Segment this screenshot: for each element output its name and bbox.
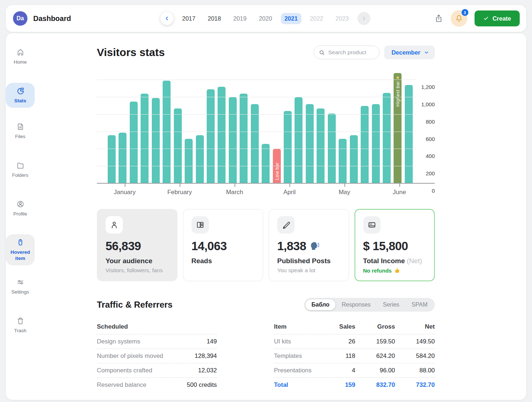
x-axis-tick: [344, 184, 345, 187]
card-published-posts[interactable]: 1,838 Published Posts You speak a lot: [269, 209, 349, 281]
bar[interactable]: [317, 108, 325, 184]
next-year-button[interactable]: [357, 12, 370, 25]
bar[interactable]: [295, 97, 303, 184]
gridline: [97, 149, 416, 149]
folder-icon: [16, 161, 25, 170]
stat-cards: 56,839 Your audience Visitors, followers…: [97, 209, 435, 281]
bar[interactable]: [108, 135, 116, 184]
bar[interactable]: [185, 139, 193, 184]
bar[interactable]: [361, 106, 369, 184]
sidebar-label: Hovered item: [10, 249, 30, 262]
gridline: [97, 97, 416, 97]
y-axis-label: 600: [417, 136, 435, 142]
prev-year-button[interactable]: [160, 12, 173, 25]
x-axis-tick: [399, 184, 400, 187]
card-value: 56,839: [106, 239, 169, 253]
bar[interactable]: [251, 104, 259, 184]
bell-icon: [454, 14, 464, 23]
notifications-button[interactable]: 3: [451, 10, 467, 27]
chevron-right-icon: [361, 15, 367, 22]
sidebar-item-profile[interactable]: Profile: [6, 196, 35, 221]
traffic-referrers-title: Traffic & Referrers: [97, 300, 172, 310]
bar[interactable]: [306, 104, 314, 184]
bar[interactable]: [405, 85, 413, 184]
search-box[interactable]: [314, 46, 379, 59]
bar[interactable]: [262, 144, 270, 184]
bar[interactable]: [152, 98, 160, 184]
tab-spam[interactable]: SPAM: [406, 299, 434, 310]
bar[interactable]: [196, 135, 204, 184]
year-tab-2023[interactable]: 2023: [332, 13, 352, 24]
sidebar-item-settings[interactable]: Settings: [6, 274, 35, 299]
content-area: Visitors stats December Low bar★Highest …: [97, 33, 435, 400]
x-axis-tick: [289, 184, 290, 187]
highest-bar[interactable]: ★Highest bar: [394, 73, 402, 184]
sidebar-item-hovered-item[interactable]: Hovered item: [6, 234, 35, 265]
sidebar-label: Files: [15, 134, 26, 140]
year-tab-2017[interactable]: 2017: [179, 13, 199, 24]
bar[interactable]: [350, 135, 358, 184]
person-icon: [110, 220, 119, 230]
sidebar-item-files[interactable]: Files: [6, 119, 35, 144]
year-nav: 2017 2018 2019 2020 2021 2022 2023: [160, 5, 370, 32]
search-input[interactable]: [328, 49, 375, 56]
card-subtitle: Visitors, followers, fans: [106, 267, 169, 274]
profile-icon: [16, 200, 25, 209]
sidebar-item-stats[interactable]: Stats: [6, 83, 35, 108]
x-axis-label: January: [114, 189, 136, 196]
year-tab-2022[interactable]: 2022: [306, 13, 327, 24]
app-title: Dashboard: [33, 14, 71, 23]
bar[interactable]: [383, 93, 391, 184]
year-tab-2021-active[interactable]: 2021: [281, 13, 301, 24]
thumbs-up-icon: [394, 267, 400, 274]
year-tab-2020[interactable]: 2020: [255, 13, 276, 24]
sidebar: Home Stats Files Folders Profile Hovered…: [6, 33, 35, 400]
sidebar-label: Settings: [12, 289, 29, 295]
bar[interactable]: [141, 94, 149, 184]
card-subtitle: No refunds: [363, 267, 426, 274]
main-panel: Home Stats Files Folders Profile Hovered…: [6, 33, 526, 400]
table-row: Components crafted 12,032: [97, 363, 217, 377]
card-reads[interactable]: 14,063 Reads: [183, 209, 263, 281]
bar[interactable]: [218, 87, 226, 184]
sidebar-item-folders[interactable]: Folders: [6, 157, 35, 182]
bar[interactable]: [372, 104, 380, 184]
sidebar-item-home[interactable]: Home: [6, 44, 35, 69]
bar[interactable]: [119, 133, 126, 184]
year-tab-2018[interactable]: 2018: [204, 13, 225, 24]
file-icon: [16, 122, 25, 131]
gridline: [97, 114, 416, 115]
year-tab-2019[interactable]: 2019: [229, 13, 250, 24]
sliders-icon: [16, 278, 25, 287]
bar[interactable]: [174, 108, 182, 184]
tab-responses[interactable]: Responses: [335, 299, 377, 310]
tab-series[interactable]: Series: [377, 299, 405, 310]
card-subtitle: You speak a lot: [277, 267, 340, 274]
pencil-icon: [281, 220, 291, 230]
share-button[interactable]: [434, 14, 443, 23]
card-your-audience[interactable]: 56,839 Your audience Visitors, followers…: [97, 209, 177, 281]
sidebar-item-trash[interactable]: Trash: [6, 313, 35, 338]
bar[interactable]: [229, 97, 237, 184]
bar[interactable]: [207, 89, 215, 184]
bar[interactable]: [284, 111, 292, 184]
tab-bablo-active[interactable]: Бабло: [305, 299, 336, 310]
card-total-income[interactable]: $ 15,800 Total Income (Net) No refunds: [355, 209, 435, 281]
gridline: [97, 183, 435, 184]
app-logo: Da: [13, 11, 27, 26]
y-axis-label: 200: [417, 170, 435, 176]
pie-chart-icon: [16, 86, 25, 95]
table-row: Reserved balance 500 credits: [97, 377, 217, 392]
sidebar-label: Home: [14, 59, 27, 65]
bar[interactable]: [240, 94, 248, 184]
y-axis-label: 0: [417, 188, 435, 194]
month-select[interactable]: December: [384, 46, 435, 59]
sales-table: Item Sales Gross Net UI kits 26 159.50 1…: [274, 320, 435, 392]
bar[interactable]: [339, 139, 347, 184]
bar[interactable]: [163, 81, 171, 184]
x-axis-tick: [235, 184, 235, 187]
scheduled-table: Scheduled Design systems 149 Number of p…: [97, 320, 217, 392]
create-button[interactable]: Create: [475, 10, 520, 26]
card-value: 14,063: [192, 239, 255, 253]
card-title: Reads: [192, 257, 255, 265]
